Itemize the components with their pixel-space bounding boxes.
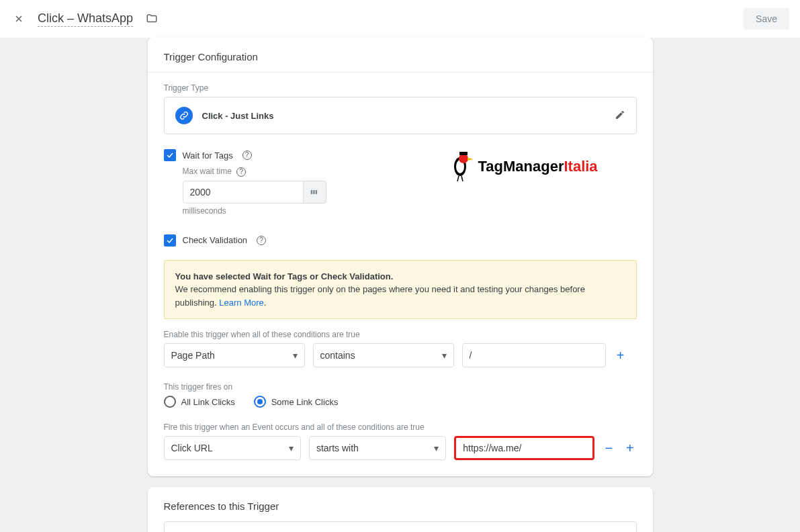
close-icon[interactable]: [11, 11, 27, 27]
enable-condition-row: Page Path ▾ contains ▾ +: [164, 343, 637, 367]
wait-for-tags-label: Wait for Tags: [183, 150, 233, 161]
svg-line-6: [461, 176, 463, 181]
help-icon[interactable]: ?: [242, 150, 252, 160]
svg-line-5: [457, 176, 459, 181]
page-title[interactable]: Click – WhatsApp: [38, 11, 133, 27]
fires-on-radios: All Link Clicks Some Link Clicks: [164, 396, 637, 408]
help-icon[interactable]: ?: [236, 167, 246, 177]
fire-condition-row: Click URL ▾ starts with ▾ − +: [164, 436, 637, 460]
references-card: References to this Trigger GA4 – Event –…: [148, 487, 653, 532]
chevron-down-icon: ▾: [434, 443, 439, 453]
fire-value-input[interactable]: [454, 436, 594, 460]
fire-variable-select[interactable]: Click URL ▾: [164, 436, 301, 460]
svg-marker-4: [468, 158, 474, 161]
help-icon[interactable]: ?: [257, 236, 266, 245]
fire-operator-select[interactable]: starts with ▾: [309, 436, 446, 460]
save-button[interactable]: Save: [744, 8, 789, 30]
watermark-text: TagManagerItalia: [478, 158, 598, 175]
fire-condition-label: Fire this trigger when an Event occurs a…: [164, 423, 637, 432]
add-condition-button[interactable]: +: [614, 348, 627, 363]
watermark-logo: TagManagerItalia: [450, 152, 598, 181]
svg-rect-8: [313, 190, 314, 194]
svg-rect-3: [459, 152, 468, 155]
link-icon: [175, 107, 193, 124]
enable-condition-label: Enable this trigger when all of these co…: [164, 330, 637, 339]
remove-condition-button[interactable]: −: [603, 441, 615, 456]
header-bar: Click – WhatsApp Save: [0, 0, 800, 38]
chevron-down-icon: ▾: [289, 443, 294, 453]
chevron-down-icon: ▾: [293, 350, 298, 361]
check-validation-label: Check Validation: [183, 235, 248, 245]
all-link-clicks-radio[interactable]: All Link Clicks: [164, 396, 235, 408]
reference-row[interactable]: GA4 – Event – click_whatsapp Tag: [164, 521, 637, 532]
trigger-type-name: Click - Just Links: [202, 111, 274, 121]
chevron-down-icon: ▾: [442, 350, 447, 361]
svg-rect-9: [316, 190, 317, 194]
card-title: References to this Trigger: [148, 487, 653, 521]
some-link-clicks-radio[interactable]: Some Link Clicks: [254, 396, 339, 408]
wait-for-tags-checkbox[interactable]: [164, 149, 176, 161]
learn-more-link[interactable]: Learn More: [219, 298, 263, 308]
max-wait-input[interactable]: [183, 181, 304, 204]
svg-rect-7: [311, 190, 312, 194]
svg-point-2: [459, 154, 468, 163]
check-validation-row: Check Validation ?: [164, 234, 637, 247]
enable-operator-select[interactable]: contains ▾: [313, 343, 454, 367]
enable-value-input[interactable]: [462, 343, 606, 367]
max-wait-unit: milliseconds: [183, 206, 637, 216]
trigger-config-card: Trigger Configuration: [148, 38, 653, 476]
edit-icon[interactable]: [615, 109, 625, 122]
variable-picker-button[interactable]: [304, 181, 326, 204]
validation-notice: You have selected Wait for Tags or Check…: [164, 260, 637, 320]
check-validation-checkbox[interactable]: [164, 234, 176, 247]
notice-bold: You have selected Wait for Tags or Check…: [175, 271, 394, 281]
card-title: Trigger Configuration: [148, 38, 653, 73]
fires-on-label: This trigger fires on: [164, 382, 637, 392]
trigger-type-label: Trigger Type: [164, 83, 637, 93]
folder-icon[interactable]: [144, 11, 160, 27]
enable-variable-select[interactable]: Page Path ▾: [164, 343, 305, 367]
trigger-type-row[interactable]: Click - Just Links: [164, 97, 637, 134]
add-condition-button[interactable]: +: [623, 441, 636, 456]
